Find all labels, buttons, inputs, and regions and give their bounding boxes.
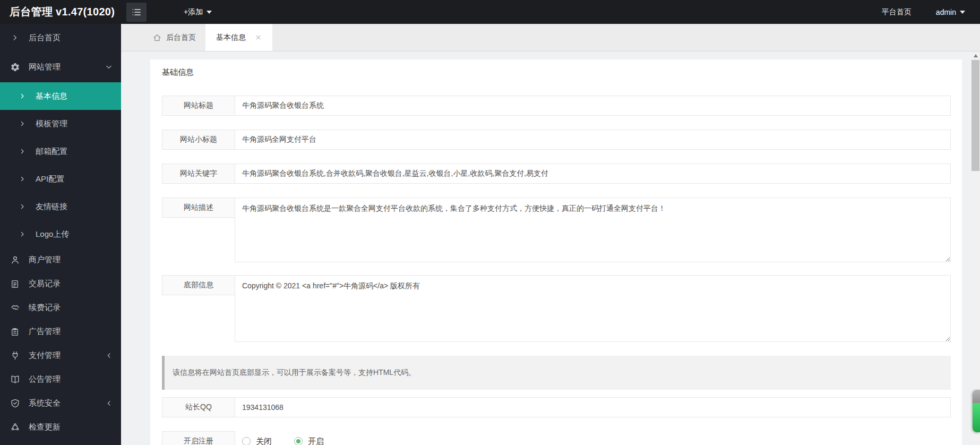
sidebar-item-renewal-records[interactable]: 续费记录: [0, 296, 121, 320]
list-icon: [131, 7, 142, 18]
sidebar-item-transaction-records[interactable]: 交易记录: [0, 272, 121, 296]
form-row-site-description: 网站描述 牛角源码聚合收银台系统是一款聚合全网支付平台收款的系统，集合了多种支付…: [162, 198, 951, 264]
tabbar: 后台首页 基本信息: [121, 24, 980, 52]
form-row-site-subtitle: 网站小标题: [162, 130, 951, 150]
field-label: 网站标题: [162, 96, 235, 116]
scrollbar-up-arrow[interactable]: [971, 52, 980, 60]
field-label: 网站描述: [162, 198, 235, 218]
field-label: 网站关键字: [162, 164, 235, 184]
chevron-right-icon: [19, 93, 25, 99]
sidebar-subitem-template-mgmt[interactable]: 模板管理: [0, 110, 121, 138]
sidebar-item-merchant-mgmt[interactable]: 商户管理: [0, 248, 121, 272]
user-icon: [10, 255, 20, 266]
topbar: 后台管理 v1.47(1020) +添加 平台首页 admin: [0, 0, 980, 24]
sidebar: 后台首页 网站管理 基本信息 模板管理 邮箱配置 API配置: [0, 24, 121, 445]
sidebar-item-website-mgmt[interactable]: 网站管理: [0, 52, 121, 82]
handshake-icon: [10, 303, 20, 313]
floating-widget-green-button[interactable]: [973, 403, 980, 432]
shield-check-icon: [10, 398, 20, 409]
menu-toggle-button[interactable]: [126, 3, 147, 22]
form-row-webmaster-qq: 站长QQ: [162, 397, 951, 417]
sidebar-item-dashboard[interactable]: 后台首页: [0, 24, 121, 52]
sidebar-subitem-basic-info[interactable]: 基本信息: [0, 82, 121, 110]
chevron-right-icon: [10, 32, 20, 43]
book-icon: [10, 374, 20, 385]
tab-home[interactable]: 后台首页: [143, 24, 205, 51]
content-area: 基础信息 网站标题 网站小标题 网站关键字 网站描述 牛角源码聚合收银台系统是一…: [121, 52, 971, 445]
sidebar-item-ad-mgmt[interactable]: 广告管理: [0, 320, 121, 344]
gear-icon: [10, 62, 20, 72]
sidebar-item-payment-mgmt[interactable]: 支付管理: [0, 344, 121, 367]
site-description-textarea[interactable]: 牛角源码聚合收银台系统是一款聚合全网支付平台收款的系统，集合了多种支付方式，方便…: [235, 198, 951, 262]
add-dropdown[interactable]: +添加: [184, 7, 212, 17]
form-row-register-toggle: 开启注册 关闭 开启: [162, 431, 951, 445]
platform-home-link[interactable]: 平台首页: [882, 7, 912, 17]
chevron-right-icon: [19, 203, 25, 210]
tab-basic-info[interactable]: 基本信息: [205, 24, 272, 51]
site-subtitle-input[interactable]: [235, 130, 951, 150]
footer-info-textarea[interactable]: Copyright © 2021 <a href="#">牛角源码</a> 版权…: [235, 275, 951, 342]
sidebar-item-check-update[interactable]: 检查更新: [0, 415, 121, 439]
sidebar-subitem-email-config[interactable]: 邮箱配置: [0, 138, 121, 165]
site-keywords-input[interactable]: [235, 164, 951, 184]
caret-down-icon: [960, 11, 965, 16]
website-mgmt-submenu: 基本信息 模板管理 邮箱配置 API配置 友情链接 Logo上传: [0, 82, 121, 248]
chevron-right-icon: [19, 121, 25, 127]
close-icon[interactable]: [255, 34, 262, 41]
topbar-right: 平台首页 admin: [882, 7, 980, 17]
username: admin: [936, 8, 956, 16]
chevron-right-icon: [19, 148, 25, 155]
radio-icon: [294, 437, 303, 445]
admin-page: 后台管理 v1.47(1020) +添加 平台首页 admin 后台首页 网站管…: [0, 0, 980, 445]
field-label: 站长QQ: [162, 397, 235, 417]
scrollbar-thumb[interactable]: [972, 60, 979, 171]
form-row-site-title: 网站标题: [162, 96, 951, 116]
refresh-icon: [10, 422, 20, 433]
floating-widget: [973, 390, 980, 432]
form-card: 基础信息 网站标题 网站小标题 网站关键字 网站描述 牛角源码聚合收银台系统是一…: [150, 59, 962, 445]
app-title: 后台管理 v1.47(1020): [0, 5, 121, 19]
radio-register-on[interactable]: 开启: [294, 437, 324, 445]
field-label: 开启注册: [162, 431, 235, 445]
field-label: 网站小标题: [162, 130, 235, 150]
chevron-left-icon: [106, 400, 113, 407]
chevron-right-icon: [19, 176, 25, 182]
field-label: 底部信息: [162, 275, 235, 295]
hint-box: 该信息将在网站首页底部显示，可以用于展示备案号等，支持HTML代码。: [162, 356, 951, 390]
form-row-footer-info: 底部信息 Copyright © 2021 <a href="#">牛角源码</…: [162, 275, 951, 344]
scrollbar: [971, 52, 980, 445]
home-icon: [153, 33, 161, 42]
sidebar-subitem-api-config[interactable]: API配置: [0, 165, 121, 193]
sidebar-subitem-friend-links[interactable]: 友情链接: [0, 193, 121, 220]
chevron-down-icon: [105, 63, 113, 71]
file-text-icon: [10, 279, 20, 289]
floating-widget-gray-button[interactable]: [973, 390, 980, 403]
webmaster-qq-input[interactable]: [235, 397, 951, 417]
chevron-left-icon: [106, 352, 113, 359]
register-radio-group: 关闭 开启: [242, 431, 324, 445]
plug-icon: [10, 350, 20, 361]
caret-down-icon: [207, 11, 212, 16]
sidebar-subitem-logo-upload[interactable]: Logo上传: [0, 220, 121, 248]
section-title: 基础信息: [162, 67, 951, 78]
sidebar-item-system-security[interactable]: 系统安全: [0, 391, 121, 415]
radio-register-off[interactable]: 关闭: [242, 437, 272, 445]
user-menu[interactable]: admin: [936, 8, 965, 16]
form-row-site-keywords: 网站关键字: [162, 164, 951, 184]
site-title-input[interactable]: [235, 96, 951, 116]
add-dropdown-label: +添加: [184, 7, 203, 17]
sidebar-item-announcement-mgmt[interactable]: 公告管理: [0, 367, 121, 391]
radio-icon: [242, 437, 251, 445]
clipboard-icon: [10, 327, 20, 337]
chevron-right-icon: [19, 231, 25, 237]
